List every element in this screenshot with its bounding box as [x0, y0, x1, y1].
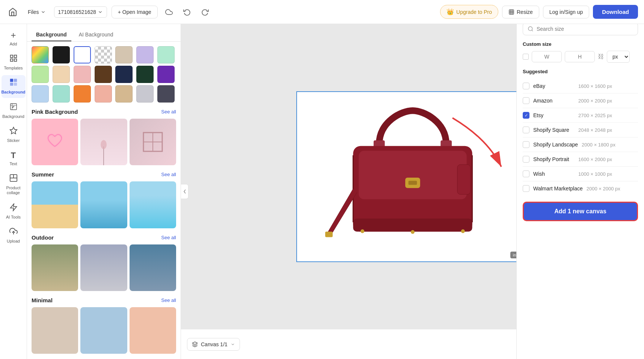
- section-pink-see-all[interactable]: See all: [161, 109, 176, 115]
- home-icon[interactable]: [6, 5, 20, 19]
- svg-rect-0: [509, 10, 514, 14]
- svg-marker-14: [10, 204, 17, 210]
- topbar: Files 1710816521628 + Open Image 👑 Upgra…: [0, 0, 644, 24]
- svg-rect-6: [14, 79, 17, 82]
- thumb-beach[interactable]: [32, 181, 78, 228]
- color-swatch-orange[interactable]: [74, 85, 91, 103]
- size-checkbox-amazon[interactable]: [523, 97, 529, 104]
- section-outdoor-see-all[interactable]: See all: [161, 235, 176, 240]
- undo-button[interactable]: [180, 5, 194, 19]
- size-checkbox-wish[interactable]: [523, 170, 529, 177]
- section-pink-header: Pink Background See all: [32, 109, 176, 115]
- color-swatch-navy[interactable]: [115, 66, 133, 83]
- section-minimal-title: Minimal: [32, 297, 53, 303]
- width-input[interactable]: [532, 51, 562, 62]
- size-option-wish[interactable]: Wish1000 × 1000 px: [523, 167, 638, 181]
- color-swatch-peach[interactable]: [53, 66, 70, 83]
- tab-ai-background[interactable]: AI Background: [74, 29, 118, 41]
- size-checkbox-shopify-square[interactable]: [523, 127, 529, 133]
- color-swatch-beige[interactable]: [115, 46, 133, 63]
- section-summer-see-all[interactable]: See all: [161, 172, 176, 177]
- main-layout: + Add Templates Background Background: [0, 24, 644, 359]
- thumb-pink-floral[interactable]: [80, 119, 127, 165]
- sidebar-item-text[interactable]: T Text: [2, 148, 26, 169]
- sidebar-item-ai-tools[interactable]: AI Tools: [2, 200, 26, 223]
- thumb-mountain[interactable]: [130, 244, 176, 291]
- size-checkbox-walmart[interactable]: [523, 185, 529, 192]
- open-image-button[interactable]: + Open Image: [112, 6, 158, 18]
- size-checkbox-shopify-landscape[interactable]: [523, 141, 529, 148]
- redo-button[interactable]: [198, 5, 212, 19]
- height-input[interactable]: [565, 51, 595, 62]
- svg-rect-32: [325, 231, 333, 237]
- size-option-shopify-landscape[interactable]: Shopify Landscape2000 × 1800 px: [523, 137, 638, 152]
- color-swatch-dark-green[interactable]: [136, 66, 154, 83]
- section-summer-header: Summer See all: [32, 171, 176, 178]
- thumb-city[interactable]: [80, 244, 127, 291]
- sidebar-item-templates[interactable]: Templates: [2, 51, 26, 74]
- size-name-shopify-square: Shopify Square: [533, 127, 575, 133]
- color-swatch-charcoal[interactable]: [157, 85, 175, 103]
- size-checkbox-etsy[interactable]: ✓: [523, 112, 529, 119]
- section-minimal-see-all[interactable]: See all: [161, 297, 176, 303]
- color-swatch-purple[interactable]: [157, 66, 175, 83]
- svg-rect-3: [10, 59, 12, 61]
- thumb-road[interactable]: [32, 244, 78, 291]
- svg-point-35: [461, 229, 465, 233]
- layer-control[interactable]: Canvas 1/1: [187, 338, 240, 351]
- color-swatch-white[interactable]: [74, 46, 91, 63]
- color-swatch-brown[interactable]: [95, 66, 112, 83]
- thumb-pool[interactable]: [130, 181, 176, 228]
- size-option-etsy[interactable]: ✓Etsy2700 × 2025 px: [523, 108, 638, 123]
- color-swatch-silver[interactable]: [136, 85, 154, 103]
- files-button[interactable]: Files: [24, 7, 50, 17]
- thumb-minimal2[interactable]: [80, 307, 127, 354]
- color-swatch-light-green[interactable]: [32, 66, 49, 83]
- sidebar-item-ai-background[interactable]: Background: [2, 100, 26, 122]
- size-option-shopify-portrait[interactable]: Shopify Portrait1600 × 2000 px: [523, 152, 638, 167]
- color-swatch-salmon[interactable]: [95, 85, 112, 103]
- color-swatch-blush[interactable]: [74, 66, 91, 83]
- color-swatch-lavender[interactable]: [136, 46, 154, 63]
- color-swatch-black[interactable]: [53, 46, 70, 63]
- thumb-sea[interactable]: [80, 181, 127, 228]
- upgrade-button[interactable]: 👑 Upgrade to Pro: [440, 5, 498, 19]
- sidebar-item-add[interactable]: + Add: [2, 27, 26, 50]
- cloud-icon[interactable]: [162, 5, 176, 19]
- size-option-ebay[interactable]: eBay1600 × 1600 px: [523, 79, 638, 94]
- download-button[interactable]: Download: [593, 5, 638, 19]
- size-dims-etsy: 2700 × 2025 px: [578, 113, 612, 118]
- login-button[interactable]: Log in/Sign up: [543, 6, 590, 18]
- color-swatch-tan[interactable]: [115, 85, 133, 103]
- link-dimensions-icon[interactable]: ⛓: [598, 53, 604, 60]
- tab-background[interactable]: Background: [32, 29, 71, 41]
- collapse-panel-button[interactable]: [181, 184, 189, 199]
- color-swatch-gradient-rainbow[interactable]: [32, 46, 49, 63]
- custom-size-checkbox[interactable]: [523, 54, 529, 60]
- size-checkbox-shopify-portrait[interactable]: [523, 156, 529, 163]
- size-option-amazon[interactable]: Amazon2000 × 2000 px: [523, 94, 638, 108]
- thumb-pink-window[interactable]: [130, 119, 176, 165]
- color-swatch-pale-blue[interactable]: [32, 85, 49, 103]
- add-canvas-button-main[interactable]: Add 1 new canvas: [523, 202, 638, 221]
- suggested-label: Suggested: [523, 69, 638, 74]
- sidebar-item-product-collage[interactable]: Product collage: [2, 171, 26, 198]
- size-option-shopify-square[interactable]: Shopify Square2048 × 2048 px: [523, 123, 638, 137]
- file-id-button[interactable]: 1710816521628: [54, 6, 107, 18]
- color-swatch-checkerboard[interactable]: [95, 46, 112, 63]
- search-size-input[interactable]: [537, 26, 633, 32]
- color-swatch-mint[interactable]: [157, 46, 175, 63]
- sidebar-item-sticker[interactable]: Sticker: [2, 124, 26, 146]
- resize-button[interactable]: Resize: [502, 6, 539, 18]
- thumb-minimal3[interactable]: [130, 307, 176, 354]
- sidebar-item-background[interactable]: Background: [2, 75, 26, 98]
- size-option-walmart[interactable]: Walmart Marketplace2000 × 2000 px: [523, 181, 638, 196]
- sidebar-item-upload[interactable]: Upload: [2, 224, 26, 247]
- sidebar-item-add-label: Add: [10, 42, 17, 47]
- size-checkbox-ebay[interactable]: [523, 83, 529, 89]
- color-swatch-teal[interactable]: [53, 85, 70, 103]
- thumb-pink-heart[interactable]: [32, 119, 78, 165]
- thumb-minimal1[interactable]: [32, 307, 78, 354]
- unit-select[interactable]: px in cm: [607, 51, 630, 63]
- color-grid: [32, 46, 176, 103]
